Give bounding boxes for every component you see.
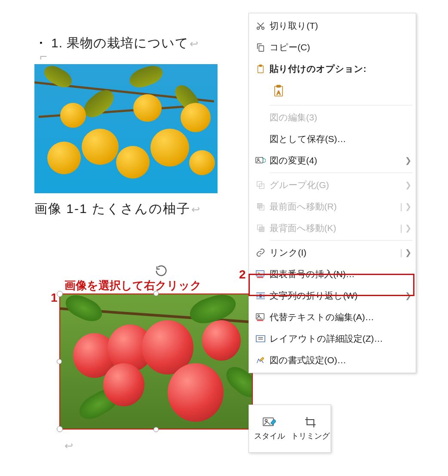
resize-handle[interactable]: [57, 426, 63, 432]
image-caption[interactable]: 画像 1-1 たくさんの柚子↩: [34, 200, 218, 218]
resize-handle[interactable]: [57, 291, 63, 297]
context-menu: 切り取り(T) コピー(C) 貼り付けのオプション: A 図の編集(3) 図とし…: [249, 13, 416, 373]
svg-point-1: [262, 27, 264, 30]
rotate-handle-icon[interactable]: [155, 264, 168, 277]
wrap-text-icon: [252, 291, 270, 300]
submenu-arrow-icon: ❯: [405, 291, 411, 300]
menu-save-as-picture[interactable]: 図として保存(S)…: [249, 128, 416, 150]
menu-wrap-text[interactable]: 文字列の折り返し(W) ❯: [249, 285, 416, 306]
return-mark-icon: ↩: [190, 38, 199, 49]
paste-option-keep-text[interactable]: A: [270, 83, 288, 101]
svg-rect-4: [259, 65, 262, 67]
insert-caption-icon: [252, 269, 270, 279]
mini-crop-label: トリミング: [291, 431, 330, 441]
menu-edit-picture: 図の編集(3): [249, 107, 416, 128]
submenu-arrow-icon: ❯: [405, 248, 411, 257]
annotation-number-2: 2: [239, 268, 246, 281]
svg-rect-18: [257, 277, 264, 278]
submenu-arrow-icon: ❯: [405, 156, 411, 165]
annotation-instruction: 画像を選択して右クリック: [64, 278, 202, 293]
svg-rect-12: [258, 204, 262, 208]
menu-format-picture[interactable]: 図の書式設定(O)…: [249, 349, 416, 371]
menu-cut[interactable]: 切り取り(T): [249, 15, 416, 37]
heading-text: 1. 果物の栽培について: [51, 36, 189, 50]
crop-icon: [304, 416, 317, 428]
annotation-number-1: 1: [51, 291, 58, 305]
send-back-icon: [252, 223, 270, 233]
menu-insert-caption[interactable]: 図表番号の挿入(N)…: [249, 263, 416, 285]
menu-group: グループ化(G) ❯: [249, 174, 416, 196]
svg-rect-6: [276, 85, 280, 87]
submenu-arrow-icon: ❯: [405, 180, 411, 190]
alt-text-icon: [252, 312, 270, 322]
menu-send-to-back: 最背面へ移動(K) | ❯: [249, 217, 416, 239]
menu-link[interactable]: リンク(I) | ❯: [249, 242, 416, 263]
submenu-arrow-icon: ❯: [405, 223, 411, 233]
return-mark-icon: ↩: [191, 204, 201, 215]
svg-point-21: [258, 315, 260, 316]
paste-icon: [252, 64, 270, 74]
picture-style-icon: [262, 416, 277, 428]
bring-front-icon: [252, 202, 270, 211]
bullet-dot: ・: [34, 36, 48, 50]
menu-edit-alt-text[interactable]: 代替テキストの編集(A)…: [249, 306, 416, 328]
return-mark-icon: ↩: [64, 440, 73, 452]
copy-icon: [252, 43, 270, 52]
svg-rect-14: [259, 227, 264, 232]
cut-icon: [252, 21, 270, 31]
menu-copy[interactable]: コピー(C): [249, 37, 416, 58]
image-1-yuzu[interactable]: [34, 64, 218, 193]
heading-line[interactable]: ・1. 果物の栽培について↩: [34, 34, 218, 52]
submenu-arrow-icon: ❯: [405, 202, 411, 211]
resize-handle[interactable]: [57, 359, 62, 364]
menu-bring-to-front: 最前面へ移動(R) | ❯: [249, 196, 416, 217]
picture-mini-toolbar: スタイル トリミング: [249, 405, 331, 453]
mini-style-button[interactable]: スタイル: [249, 405, 290, 452]
paste-options-row: A: [249, 80, 416, 104]
svg-rect-22: [257, 320, 264, 321]
svg-point-0: [257, 27, 260, 30]
svg-rect-2: [259, 46, 264, 51]
link-icon: [252, 248, 270, 257]
layout-details-icon: [252, 334, 270, 343]
svg-point-24: [265, 420, 267, 422]
mini-style-label: スタイル: [254, 431, 285, 441]
svg-point-17: [258, 272, 260, 273]
menu-paste-options-header: 貼り付けのオプション:: [249, 58, 416, 80]
menu-change-picture[interactable]: 図の変更(4) ❯: [249, 150, 416, 171]
menu-size-and-position[interactable]: レイアウトの詳細設定(Z)…: [249, 328, 416, 349]
document-body: ・1. 果物の栽培について↩ 画像 1-1 たくさんの柚子↩: [34, 34, 218, 218]
svg-text:A: A: [277, 90, 281, 96]
image-2-apple-selected[interactable]: [59, 294, 253, 430]
format-picture-icon: [252, 355, 270, 365]
mini-crop-button[interactable]: トリミング: [290, 405, 331, 452]
svg-rect-19: [259, 294, 262, 297]
change-picture-icon: [252, 156, 270, 165]
svg-point-9: [258, 158, 259, 160]
group-icon: [252, 180, 270, 190]
resize-handle[interactable]: [153, 427, 159, 432]
